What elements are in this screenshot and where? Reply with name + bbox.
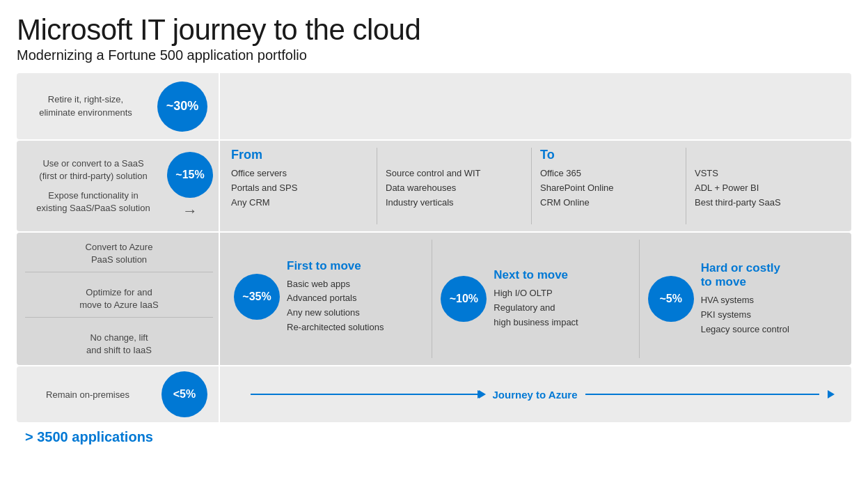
apps-label: > 3500 applications	[25, 429, 153, 445]
footer-right	[220, 424, 851, 451]
journey-arrowhead-right	[828, 390, 835, 398]
journey-arrowhead	[479, 390, 486, 398]
sub-title: Modernizing a Fortune 500 application po…	[17, 47, 851, 63]
first-content: First to move Basic web apps Advanced po…	[287, 259, 384, 335]
first-percent: ~35%	[242, 291, 271, 303]
title-section: Microsoft IT journey to the cloud Modern…	[17, 14, 851, 63]
first-circle-row: ~35% First to move Basic web apps Advanc…	[234, 259, 423, 335]
hard-circle: ~5%	[648, 276, 694, 322]
from-item-4: Source control and WIT	[386, 167, 523, 181]
hard-percent: ~5%	[659, 293, 681, 305]
from-item-5: Data warehouses	[386, 181, 523, 196]
onprem-left-cell: Remain on-premises <5%	[17, 366, 219, 422]
first-to-move-box: ~35% First to move Basic web apps Advanc…	[226, 240, 432, 358]
hard-header: Hard or costlyto move	[701, 261, 789, 289]
hard-item-3: Legacy source control	[701, 323, 789, 337]
azure-boxes-container: ~35% First to move Basic web apps Advanc…	[226, 240, 846, 358]
retire-percent: ~30%	[166, 99, 199, 114]
azure-label-2: Optimize for andmove to Azure IaaS	[25, 286, 213, 311]
journey-line-right	[585, 394, 819, 395]
to-item-2: SharePoint Online	[540, 181, 677, 196]
retire-right-cell	[220, 73, 851, 139]
next-to-move-box: ~10% Next to move High I/O OLTP Regulato…	[432, 240, 639, 358]
next-item-2: Regulatory and	[494, 301, 578, 316]
from-to-container: From Office servers Portals and SPS Any …	[231, 148, 840, 224]
first-item-3: Any new solutions	[287, 306, 384, 320]
azure-row-3: No change, liftand shift to IaaS	[25, 326, 213, 357]
onprem-circle-wrap: <5%	[156, 371, 213, 417]
first-item-1: Basic web apps	[287, 277, 384, 292]
hard-circle-row: ~5% Hard or costlyto move HVA systems PK…	[648, 261, 837, 336]
footer-left: > 3500 applications	[17, 424, 219, 451]
from-item-3: Any CRM	[231, 196, 368, 210]
from-header: From	[231, 148, 368, 162]
saas-label-1: Use or convert to a SaaS(first or third-…	[25, 157, 161, 183]
next-item-3: high business impact	[494, 316, 578, 330]
saas-label-2: Expose functionality inexisting SaaS/Paa…	[25, 189, 161, 215]
from-section-2: From Source control and WIT Data warehou…	[377, 148, 532, 224]
first-item-4: Re-architected solutions	[287, 320, 384, 335]
next-circle-row: ~10% Next to move High I/O OLTP Regulato…	[441, 268, 630, 330]
azure-row-1: Convert to AzurePaaS solution	[25, 241, 213, 272]
from-item-2: Portals and SPS	[231, 181, 368, 196]
next-content: Next to move High I/O OLTP Regulatory an…	[494, 268, 578, 330]
next-circle: ~10%	[441, 276, 487, 322]
main-title: Microsoft IT journey to the cloud	[17, 14, 851, 46]
from-section: From Office servers Portals and SPS Any …	[231, 148, 377, 224]
first-header: First to move	[287, 259, 384, 273]
retire-circle: ~30%	[157, 82, 207, 132]
retire-left-cell: Retire it, right-size, eliminate environ…	[17, 73, 219, 139]
next-item-1: High I/O OLTP	[494, 286, 578, 301]
to-item-5: ADL + Power BI	[695, 181, 832, 196]
first-item-2: Advanced portals	[287, 291, 384, 306]
hard-content: Hard or costlyto move HVA systems PKI sy…	[701, 261, 789, 336]
to-section-1: To Office 365 SharePoint Online CRM Onli…	[532, 148, 686, 224]
onprem-percent: <5%	[173, 388, 196, 401]
saas-right-cell: From Office servers Portals and SPS Any …	[220, 141, 851, 231]
from-item-6: Industry verticals	[386, 196, 523, 210]
azure-row-2: Optimize for andmove to Azure IaaS	[25, 281, 213, 318]
to-header: To	[540, 148, 677, 162]
journey-label: Journey to Azure	[493, 389, 578, 401]
next-header: Next to move	[494, 268, 578, 282]
journey-line: Journey to Azure	[251, 389, 835, 401]
onprem-circle: <5%	[161, 371, 207, 417]
next-percent: ~10%	[450, 293, 478, 305]
main-container: Microsoft IT journey to the cloud Modern…	[0, 0, 868, 480]
retire-label: Retire it, right-size, eliminate environ…	[25, 93, 146, 120]
journey-arrow	[251, 394, 484, 395]
azure-left-cell: Convert to AzurePaaS solution Optimize f…	[17, 233, 219, 365]
first-circle: ~35%	[234, 274, 280, 320]
onprem-label: Remain on-premises	[25, 389, 150, 400]
azure-right-cell: ~35% First to move Basic web apps Advanc…	[220, 233, 851, 365]
saas-left-cell: Use or convert to a SaaS(first or third-…	[17, 141, 219, 231]
hard-item-2: PKI systems	[701, 308, 789, 323]
to-item-6: Best third-party SaaS	[695, 196, 832, 210]
saas-arrow: →	[182, 202, 198, 220]
from-item-1: Office servers	[231, 167, 368, 181]
saas-circle: ~15%	[167, 152, 213, 198]
to-section-2: To VSTS ADL + Power BI Best third-party …	[686, 148, 840, 224]
to-item-1: Office 365	[540, 167, 677, 181]
onprem-right-cell: Journey to Azure	[220, 366, 851, 422]
hard-to-move-box: ~5% Hard or costlyto move HVA systems PK…	[640, 240, 846, 358]
content-grid: Retire it, right-size, eliminate environ…	[17, 73, 851, 442]
hard-item-1: HVA systems	[701, 293, 789, 308]
retire-circle-wrap: ~30%	[152, 82, 213, 132]
azure-label-1: Convert to AzurePaaS solution	[25, 241, 213, 266]
azure-label-3: No change, liftand shift to IaaS	[25, 332, 213, 357]
to-item-4: VSTS	[695, 167, 832, 181]
saas-percent: ~15%	[175, 169, 204, 181]
to-item-3: CRM Online	[540, 196, 677, 210]
